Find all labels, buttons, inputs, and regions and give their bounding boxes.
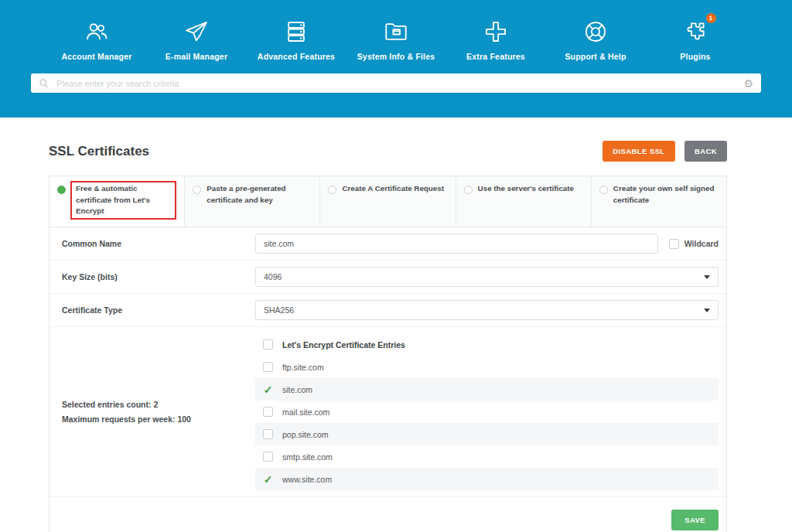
key-size-controls: 4096	[255, 267, 719, 287]
entry-label: pop.site.com	[282, 430, 329, 439]
search-input[interactable]	[55, 78, 737, 89]
key-size-select[interactable]: 4096	[255, 267, 719, 287]
entries-summary: Selected entries count: 2 Maximum reques…	[62, 397, 255, 426]
check-icon: ✓	[263, 474, 273, 485]
entry-label: smtp.site.com	[282, 452, 333, 462]
main-nav: Account Manager E-mail Manager Advanced …	[0, 0, 792, 61]
common-name-input[interactable]	[255, 234, 658, 254]
paper-plane-icon	[147, 15, 247, 48]
tab-lets-encrypt[interactable]: Free & automatic certificate from Let's …	[50, 176, 185, 227]
entries-header-row[interactable]: Let's Encrypt Certificate Entries	[255, 333, 719, 356]
entry-row[interactable]: ✓ smtp.site.com	[255, 445, 719, 468]
common-name-row: Common Name Wildcard	[50, 227, 726, 261]
search-icon	[39, 78, 49, 88]
nav-item-label: Account Manager	[47, 52, 147, 61]
main-content: SSL Certificates DISABLE SSL BACK Free &…	[0, 141, 792, 532]
check-icon: ✓	[263, 384, 273, 395]
select-all-checkbox[interactable]	[263, 339, 273, 350]
tab-label: Paste a pre-generated certificate and ke…	[207, 183, 312, 206]
chevron-down-icon	[704, 275, 710, 279]
nav-item-account-manager[interactable]: Account Manager	[47, 15, 147, 61]
entry-row[interactable]: ✓ site.com	[255, 378, 719, 401]
ssl-form-card: Free & automatic certificate from Let's …	[49, 176, 727, 532]
radio-icon	[328, 186, 336, 194]
nav-item-label: E-mail Manager	[147, 52, 247, 61]
entry-checkbox[interactable]	[263, 452, 273, 462]
search-bar: ⚙	[31, 73, 761, 93]
max-requests-per-week: Maximum requests per week: 100	[62, 412, 255, 426]
back-button[interactable]: BACK	[684, 141, 727, 162]
life-ring-icon	[546, 15, 646, 48]
title-actions: DISABLE SSL BACK	[603, 141, 727, 162]
entries-row: Selected entries count: 2 Maximum reques…	[50, 327, 726, 497]
common-name-controls: Wildcard	[255, 234, 719, 254]
key-size-value: 4096	[264, 272, 282, 281]
folder-icon	[346, 15, 446, 48]
certificate-type-controls: SHA256	[255, 300, 719, 320]
entry-row[interactable]: ✓ www.site.com	[255, 468, 719, 490]
radio-icon	[599, 186, 608, 194]
nav-item-plugins[interactable]: 1 Plugins	[646, 15, 746, 61]
nav-item-label: Support & Help	[546, 52, 646, 61]
tab-paste-certificate[interactable]: Paste a pre-generated certificate and ke…	[185, 176, 320, 227]
selected-entries-count: Selected entries count: 2	[62, 397, 255, 411]
nav-item-advanced-features[interactable]: Advanced Features	[247, 15, 346, 61]
entry-label: site.com	[282, 385, 312, 394]
puzzle-icon: 1	[646, 15, 746, 48]
entries-header-label: Let's Encrypt Certificate Entries	[282, 340, 405, 350]
nav-item-extra-features[interactable]: Extra Features	[446, 15, 546, 61]
certificate-type-value: SHA256	[264, 305, 294, 315]
save-row: SAVE	[50, 497, 726, 532]
radio-selected-icon	[57, 186, 66, 194]
radio-icon	[464, 186, 473, 194]
nav-item-email-manager[interactable]: E-mail Manager	[147, 15, 247, 61]
tab-server-certificate[interactable]: Use the server's certificate	[456, 176, 592, 227]
nav-item-support-help[interactable]: Support & Help	[546, 15, 646, 61]
tab-label: Free & automatic certificate from Let's …	[70, 181, 176, 220]
tab-label: Use the server's certificate	[478, 183, 574, 195]
tab-self-signed[interactable]: Create your own self signed certificate	[592, 176, 726, 227]
certificate-type-select[interactable]: SHA256	[255, 300, 719, 320]
nav-item-label: System Info & Files	[346, 52, 446, 61]
users-icon	[47, 15, 147, 48]
title-row: SSL Certificates DISABLE SSL BACK	[49, 141, 727, 162]
page-title: SSL Certificates	[49, 144, 149, 159]
entry-row[interactable]: ✓ mail.site.com	[255, 401, 719, 423]
wildcard-checkbox[interactable]	[669, 239, 679, 249]
plus-icon	[446, 15, 546, 48]
entry-checkbox[interactable]	[263, 362, 273, 372]
key-size-label: Key Size (bits)	[62, 272, 255, 281]
chevron-down-icon	[704, 309, 710, 312]
plugins-badge: 1	[706, 13, 716, 23]
key-size-row: Key Size (bits) 4096	[50, 261, 726, 294]
server-stack-icon	[247, 15, 346, 48]
tab-label: Create your own self signed certificate	[613, 183, 719, 206]
entry-label: ftp.site.com	[282, 363, 324, 372]
disable-ssl-button[interactable]: DISABLE SSL	[603, 141, 674, 162]
nav-item-label: Extra Features	[446, 52, 546, 61]
nav-item-system-info-files[interactable]: System Info & Files	[346, 15, 446, 61]
settings-gear-icon[interactable]: ⚙	[743, 78, 753, 89]
certificate-type-label: Certificate Type	[62, 305, 255, 315]
entry-label: mail.site.com	[282, 408, 329, 417]
nav-item-label: Advanced Features	[247, 52, 346, 61]
entry-row[interactable]: ✓ pop.site.com	[255, 423, 719, 445]
tab-bar: Free & automatic certificate from Let's …	[50, 176, 726, 227]
entry-checkbox[interactable]	[263, 407, 273, 417]
nav-item-label: Plugins	[646, 52, 746, 61]
wildcard-label: Wildcard	[684, 239, 719, 248]
entry-row[interactable]: ✓ ftp.site.com	[255, 356, 719, 378]
tab-certificate-request[interactable]: Create A Certificate Request	[320, 176, 456, 227]
common-name-label: Common Name	[62, 239, 255, 248]
app-header: Account Manager E-mail Manager Advanced …	[0, 0, 792, 118]
certificate-type-row: Certificate Type SHA256	[50, 294, 726, 327]
radio-icon	[193, 186, 201, 194]
save-button[interactable]: SAVE	[671, 510, 719, 530]
tab-label: Create A Certificate Request	[342, 183, 444, 195]
certificate-entries-list: Let's Encrypt Certificate Entries ✓ ftp.…	[255, 333, 719, 490]
entry-label: www.site.com	[282, 475, 332, 484]
wildcard-option[interactable]: Wildcard	[669, 239, 719, 249]
entry-checkbox[interactable]	[263, 429, 273, 439]
